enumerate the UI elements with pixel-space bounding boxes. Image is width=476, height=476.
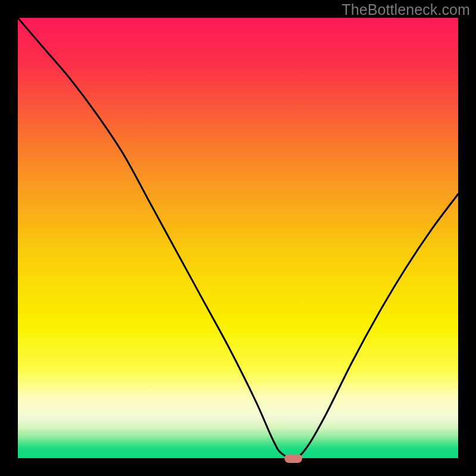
gradient-background <box>18 18 458 458</box>
bottleneck-chart-svg <box>18 18 458 458</box>
bottleneck-marker <box>284 454 302 463</box>
plot-area <box>18 18 458 458</box>
chart-frame: TheBottleneck.com <box>0 0 476 476</box>
watermark-text: TheBottleneck.com <box>342 1 470 18</box>
